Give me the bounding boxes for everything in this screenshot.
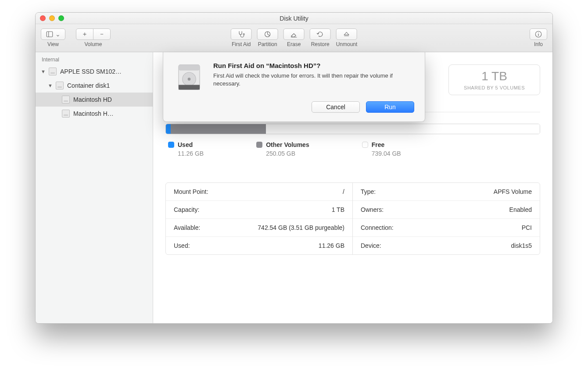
sidebar-item-macintosh-hd[interactable]: Macintosh HD [36,93,153,107]
detail-table: Mount Point:/ Capacity:1 TB Available:74… [165,182,540,255]
first-aid-button[interactable] [231,29,252,40]
info-group: Info [530,29,547,47]
first-aid-dialog: Run First Aid on “Macintosh HD”? First A… [163,52,425,122]
drive-icon [56,82,64,89]
usage-segment-free [266,124,540,134]
sidebar-item-container[interactable]: ▼ Container disk1 [36,79,153,93]
svg-rect-0 [47,32,53,37]
stethoscope-icon [237,30,245,38]
detail-col-right: Type:APFS Volume Owners:Enabled Connecti… [353,183,540,254]
view-button[interactable]: ⌄ [41,29,65,40]
disclosure-triangle-icon[interactable]: ▼ [48,83,52,88]
detail-value: 1 TB [332,206,344,213]
svg-point-2 [243,34,244,35]
detail-value: PCI [522,224,532,231]
svg-rect-9 [179,65,200,71]
erase-button[interactable] [283,29,305,40]
detail-key: Type: [361,188,376,195]
legend-used: Used 11.26 GB [168,141,204,157]
detail-row: Mount Point:/ [166,183,352,201]
detail-row: Owners:Enabled [353,201,540,219]
svg-rect-12 [179,85,200,90]
volume-group: ＋ － Volume [76,29,111,47]
detail-key: Owners: [361,206,384,213]
detail-key: Device: [361,242,381,249]
detail-row: Capacity:1 TB [166,201,352,219]
dialog-title: Run First Aid on “Macintosh HD”? [213,62,414,69]
detail-value: 742.54 GB (3.51 GB purgeable) [258,224,344,231]
unmount-label: Unmount [336,41,358,47]
legend-other: Other Volumes 250.05 GB [256,141,309,157]
traffic-lights [40,15,64,21]
legend-value: 250.05 GB [256,150,309,157]
legend-value: 739.04 GB [362,150,401,157]
detail-value: APFS Volume [494,188,532,195]
detail-key: Available: [174,224,200,231]
usage-segment-other [171,124,266,134]
detail-key: Used: [174,242,190,249]
view-label: View [47,41,59,47]
sidebar-item-label: Macintosh HD [73,96,112,103]
detail-row: Type:APFS Volume [353,183,540,201]
legend-label: Other Volumes [266,141,309,148]
minus-icon: － [99,30,105,38]
toolbar: ⌄ View ＋ － Volume First Aid Partition Er… [36,24,552,52]
info-button[interactable] [530,29,547,40]
window-title: Disk Utility [280,15,308,22]
detail-key: Mount Point: [174,188,208,195]
legend-value: 11.26 GB [168,150,204,157]
info-icon [534,30,542,38]
usage-segment-used [166,124,171,134]
volume-seg: ＋ － [76,29,111,40]
detail-value: disk1s5 [511,242,532,249]
swatch-icon [362,142,368,148]
zoom-window-button[interactable] [58,15,64,21]
usage-legend: Used 11.26 GB Other Volumes 250.05 GB Fr… [165,141,540,157]
capacity-value: 1 TB [464,69,525,83]
remove-volume-button[interactable]: － [93,29,111,40]
sidebar-item-label: Macintosh H… [73,110,114,117]
volume-label: Volume [84,41,102,47]
plus-icon: ＋ [82,30,88,38]
hard-drive-icon [174,62,204,93]
drive-icon [49,68,57,75]
sidebar-item-label: APPLE SSD SM102… [60,68,122,75]
capacity-subtitle: SHARED BY 5 VOLUMES [464,85,525,90]
sidebar-item-physical-disk[interactable]: ▼ APPLE SSD SM102… [36,64,153,79]
detail-row: Connection:PCI [353,219,540,237]
toolbar-center: First Aid Partition Erase Restore Unmoun… [231,29,358,47]
view-group: ⌄ View [41,29,65,47]
close-window-button[interactable] [40,15,46,21]
eraser-icon [290,30,298,38]
eject-icon [343,30,351,38]
add-volume-button[interactable]: ＋ [76,29,93,40]
first-aid-label: First Aid [232,41,251,47]
swatch-icon [256,142,262,148]
restore-label: Restore [311,41,330,47]
sidebar-item-label: Container disk1 [67,82,110,89]
restore-button[interactable] [310,29,331,40]
sidebar: Internal ▼ APPLE SSD SM102… ▼ Container … [36,52,153,323]
drive-icon [62,110,70,118]
pie-icon [264,30,272,38]
detail-col-left: Mount Point:/ Capacity:1 TB Available:74… [166,183,353,254]
disclosure-triangle-icon[interactable]: ▼ [41,69,45,74]
erase-label: Erase [287,41,301,47]
sidebar-item-macintosh-hd-data[interactable]: Macintosh H… [36,107,153,121]
partition-label: Partition [258,41,277,47]
run-button[interactable]: Run [366,101,414,113]
minimize-window-button[interactable] [49,15,55,21]
drive-icon [62,96,70,104]
sidebar-icon [46,30,54,38]
unmount-button[interactable] [336,29,357,40]
swatch-icon [168,142,174,148]
partition-button[interactable] [257,29,278,40]
cancel-button[interactable]: Cancel [312,101,360,113]
chevron-down-icon: ⌄ [55,31,61,38]
dialog-message: First Aid will check the volume for erro… [213,72,414,88]
svg-point-11 [188,78,191,81]
legend-label: Used [178,141,193,148]
detail-row: Available:742.54 GB (3.51 GB purgeable) [166,219,352,237]
restore-icon [316,30,324,38]
detail-key: Connection: [361,224,394,231]
